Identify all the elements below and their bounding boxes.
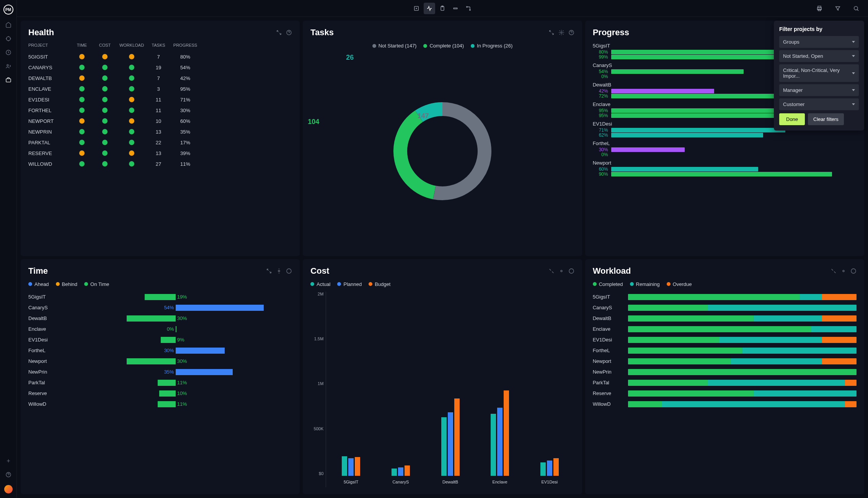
legend-item: Behind [56,281,77,287]
help-icon[interactable] [5,471,12,478]
view-clipboard-icon[interactable] [437,3,448,14]
health-row[interactable]: 5GIGSIT780% [28,51,292,62]
status-dot [129,86,134,91]
cost-bar-group[interactable]: EV1Desi [529,372,571,476]
status-dot [79,140,85,145]
view-flow-icon[interactable] [463,3,474,14]
health-col-header: PROJECT [28,43,70,47]
time-row[interactable]: 5GigsIT19% [28,292,292,302]
progress-row[interactable]: FortheL30%0% [593,140,857,157]
health-row[interactable]: NEWPORT1060% [28,116,292,126]
chevron-down-icon [852,103,855,105]
time-row[interactable]: DewaltB30% [28,313,292,324]
chevron-down-icon [852,41,855,43]
filter-select[interactable]: Not Started, Open [779,50,859,62]
app-logo[interactable]: PM [3,5,13,15]
home-icon[interactable] [5,21,12,28]
help-icon[interactable] [850,268,857,274]
time-panel: Time AheadBehindOn Time 5GigsIT19%Canary… [21,259,300,495]
workload-row[interactable]: Newport [593,356,857,367]
time-row[interactable]: ParkTal11% [28,377,292,388]
health-row[interactable]: WILLOWD2711% [28,158,292,169]
expand-icon[interactable] [830,268,837,274]
expand-icon[interactable] [266,268,272,274]
filter-select[interactable]: Groups [779,36,859,48]
svg-point-9 [467,6,468,7]
workload-row[interactable]: NewPrin [593,367,857,377]
workload-row[interactable]: EV1Desi [593,335,857,345]
help-icon[interactable] [286,29,292,36]
svg-point-14 [854,6,858,10]
cost-panel: Cost ActualPlannedBudget 2M1.5M1M500K$0 … [303,259,582,495]
search-icon[interactable] [850,3,862,14]
status-dot [129,150,134,156]
plus-icon[interactable] [5,457,12,464]
expand-icon[interactable] [548,268,555,274]
print-icon[interactable] [814,3,825,14]
time-row[interactable]: WillowD11% [28,399,292,410]
svg-point-21 [569,269,574,273]
target-icon[interactable] [5,35,12,42]
filter-select[interactable]: Critical, Non-Critical, Very Impor... [779,64,859,82]
health-row[interactable]: FORTHEL1130% [28,105,292,116]
time-row[interactable]: NewPrin35% [28,367,292,377]
time-row[interactable]: Newport30% [28,356,292,367]
workload-row[interactable]: FortheL [593,345,857,356]
status-dot [102,65,108,70]
health-col-header: WORKLOAD [116,43,147,47]
legend-item: Complete (104) [423,43,464,49]
legend-item: Overdue [667,281,692,287]
time-row[interactable]: EV1Desi9% [28,335,292,345]
users-icon[interactable] [5,63,12,70]
view-minus-icon[interactable] [450,3,461,14]
clock-icon[interactable] [5,49,12,56]
workload-panel: Workload CompletedRemainingOverdue 5Gigs… [585,259,864,495]
time-row[interactable]: FortheL30% [28,345,292,356]
gear-icon[interactable] [840,268,847,274]
filter-icon[interactable] [832,3,844,14]
workload-row[interactable]: ParkTal [593,377,857,388]
gear-icon[interactable] [558,29,565,36]
health-row[interactable]: CANARYS1954% [28,62,292,73]
cost-bar-group[interactable]: DewaltB [429,372,472,476]
help-icon[interactable] [568,268,574,274]
filter-select[interactable]: Customer [779,98,859,110]
health-row[interactable]: ENCLAVE395% [28,83,292,94]
health-row[interactable]: DEWALTB742% [28,73,292,83]
progress-row[interactable]: Newport60%90% [593,160,857,176]
health-row[interactable]: EV1DESI1171% [28,94,292,105]
status-dot [79,75,85,81]
clear-filters-button[interactable]: Clear filters [808,113,844,125]
workload-row[interactable]: WillowD [593,399,857,410]
svg-point-18 [278,270,280,272]
workload-row[interactable]: 5GigsIT [593,292,857,302]
expand-icon[interactable] [548,29,555,36]
avatar[interactable] [4,485,13,493]
workload-row[interactable]: Enclave [593,324,857,335]
time-row[interactable]: Enclave0% [28,324,292,335]
done-button[interactable]: Done [779,113,805,125]
briefcase-icon[interactable] [5,77,12,83]
time-row[interactable]: CanaryS54% [28,302,292,313]
help-icon[interactable] [286,268,292,274]
gear-icon[interactable] [558,268,565,274]
view-activity-icon[interactable] [424,3,435,14]
help-icon[interactable] [568,29,574,36]
filter-select[interactable]: Manager [779,84,859,96]
legend-item: On Time [84,281,109,287]
health-row[interactable]: RESERVE1339% [28,148,292,158]
workload-row[interactable]: Reserve [593,388,857,399]
health-col-header: PROGRESS [170,43,201,47]
cost-title: Cost [310,266,329,276]
time-row[interactable]: Reserve10% [28,388,292,399]
expand-icon[interactable] [276,29,282,36]
health-row[interactable]: NEWPRIN1335% [28,126,292,137]
cost-bar-group[interactable]: 5GigsIT [330,372,372,476]
cost-bar-group[interactable]: Enclave [479,372,521,476]
workload-row[interactable]: CanaryS [593,302,857,313]
workload-row[interactable]: DewaltB [593,313,857,324]
view-zoom-icon[interactable] [411,3,422,14]
cost-bar-group[interactable]: CanaryS [380,372,422,476]
health-row[interactable]: PARKTAL2217% [28,137,292,148]
gear-icon[interactable] [276,268,282,274]
